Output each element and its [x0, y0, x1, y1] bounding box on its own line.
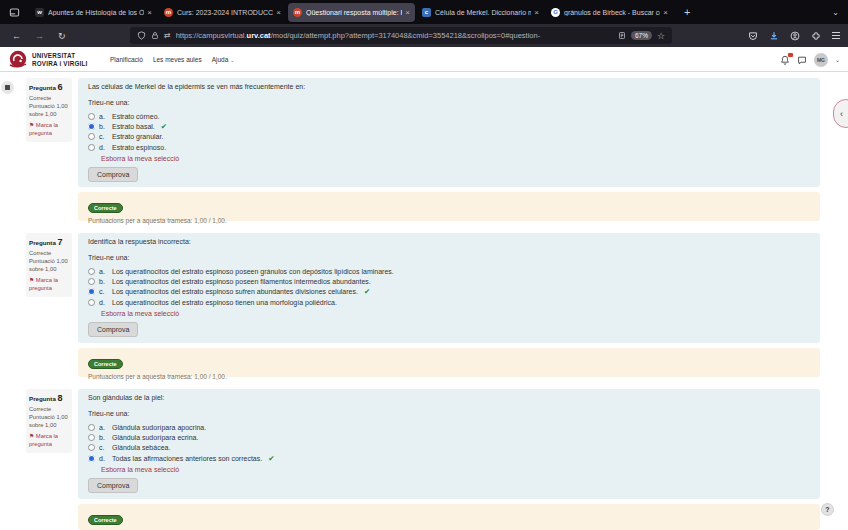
option-a[interactable]: a. Glándula sudorípara apocrina. [88, 422, 810, 432]
option-d[interactable]: d. Los queratinocitos del estrato espino… [88, 297, 810, 307]
help-button[interactable]: ? [821, 503, 834, 516]
tab-title: Apuntes de Histología de los Ór [48, 9, 144, 16]
pocket-icon[interactable] [748, 31, 758, 41]
close-icon[interactable]: × [405, 8, 410, 17]
translate-icon[interactable]: ⇄ [164, 31, 171, 40]
close-icon[interactable]: × [534, 8, 539, 17]
radio-button[interactable] [88, 144, 95, 151]
option-c[interactable]: c. Estrato granular. [88, 132, 810, 142]
reload-icon[interactable]: ↻ [58, 31, 66, 41]
forward-icon[interactable]: → [35, 31, 44, 41]
option-d-selected[interactable]: d. Todas las afirmaciones anteriores son… [88, 453, 810, 463]
correct-check-icon: ✔ [364, 287, 370, 296]
close-icon[interactable]: × [663, 8, 668, 17]
option-d[interactable]: d. Estrato espinoso. [88, 142, 810, 152]
firefox-view-icon[interactable] [6, 4, 22, 20]
tab-title: Célula de Merkel. Diccionario m [435, 9, 531, 16]
tab-google-search[interactable]: G gránulos de Birbeck - Buscar co × [546, 3, 673, 22]
chevron-down-icon[interactable]: ⌄ [835, 56, 840, 63]
lock-icon[interactable] [151, 31, 159, 40]
clear-choice-link[interactable]: Esborra la meva selecció [101, 466, 179, 473]
question-6-info: Pregunta 6 Correcte Puntuació 1,00 sobre… [26, 78, 72, 142]
question-8: Son glándulas de la piel: Trieu-ne una: … [78, 389, 820, 499]
flag-icon: ⚑ [29, 277, 34, 283]
option-c-selected[interactable]: c. Los queratinocitos del estrato espino… [88, 287, 810, 297]
bookmark-star-icon[interactable]: ☆ [657, 31, 665, 41]
close-icon[interactable]: × [276, 8, 281, 17]
radio-button[interactable] [88, 113, 95, 120]
radio-button-selected[interactable] [88, 288, 95, 295]
check-button[interactable]: Comprova [88, 167, 138, 182]
radio-button[interactable] [88, 278, 95, 285]
check-button[interactable]: Comprova [88, 478, 138, 493]
radio-button[interactable] [88, 133, 95, 140]
question-7-info: Pregunta 7 Correcte Puntuació 1,00 sobre… [26, 233, 72, 297]
open-block-drawer-button[interactable]: ‹ [833, 99, 848, 128]
clear-choice-link[interactable]: Esborra la meva selecció [101, 310, 179, 317]
zoom-level-badge[interactable]: 67% [631, 31, 652, 40]
tab-questionari-active[interactable]: m Qüestionari resposta múltiple: P × [288, 3, 415, 22]
question-state: Correcte [29, 249, 69, 257]
dictionary-favicon-icon: c [422, 8, 431, 17]
radio-button[interactable] [88, 268, 95, 275]
messages-icon[interactable] [797, 55, 807, 65]
close-icon[interactable]: × [147, 8, 152, 17]
address-bar[interactable]: ⇄ https://campusvirtual.urv.cat/mod/quiz… [130, 27, 672, 44]
notifications-bell-icon[interactable] [780, 55, 790, 65]
radio-button[interactable] [88, 424, 95, 431]
moodle-favicon-icon: m [164, 8, 173, 17]
tab-apuntes-histologia[interactable]: w Apuntes de Histología de los Ór × [30, 3, 157, 22]
course-index-icon [5, 85, 10, 90]
course-index-toggle-button[interactable] [1, 81, 14, 94]
option-b-selected[interactable]: b. Estrato basal. ✔ [88, 121, 810, 131]
nav-planificacio[interactable]: Planificació [110, 56, 143, 63]
option-b[interactable]: b. Glándula sudorípara ecrina. [88, 432, 810, 442]
list-all-tabs-icon[interactable]: ⌄ [832, 8, 839, 17]
answer-prompt: Trieu-ne una: [88, 410, 810, 417]
back-icon[interactable]: ← [12, 31, 21, 41]
question-state: Correcte [29, 405, 69, 413]
question-7: Identifica la respuesta incorrecta: Trie… [78, 233, 820, 343]
radio-button[interactable] [88, 299, 95, 306]
tab-curs-moodle[interactable]: m Curs: 2023-2024 INTRODUCCIÓ × [159, 3, 286, 22]
quiz-page: ‹ Pregunta 6 Correcte Puntuació 1,00 sob… [0, 72, 848, 530]
option-a[interactable]: a. Los queratinocitos del estrato espino… [88, 266, 810, 276]
new-tab-icon[interactable]: + [681, 6, 693, 18]
question-label: Pregunta [29, 395, 56, 402]
flag-question-link[interactable]: ⚑ Marca la pregunta [29, 121, 69, 137]
brand-name: UNIVERSITAT ROVIRA i VIRGILI [32, 52, 87, 68]
question-number: 7 [57, 237, 62, 247]
nav-ajuda[interactable]: Ajuda⌄ [212, 56, 235, 63]
answer-prompt: Trieu-ne una: [88, 254, 810, 261]
account-icon[interactable] [790, 31, 800, 41]
question-8-info: Pregunta 8 Correcte Puntuació 1,00 sobre… [26, 389, 72, 453]
notification-badge [788, 53, 793, 58]
check-button[interactable]: Comprova [88, 322, 138, 337]
tab-celula-merkel[interactable]: c Célula de Merkel. Diccionario m × [417, 3, 544, 22]
extensions-icon[interactable] [811, 31, 821, 41]
avatar[interactable]: MG [814, 53, 828, 67]
radio-button-selected[interactable] [88, 123, 95, 130]
downloads-icon[interactable] [769, 31, 779, 41]
radio-button-selected[interactable] [88, 455, 95, 462]
radio-button[interactable] [88, 434, 95, 441]
menu-icon[interactable] [832, 32, 840, 39]
site-header: UNIVERSITAT ROVIRA i VIRGILI Planificaci… [0, 47, 848, 72]
radio-button[interactable] [88, 444, 95, 451]
tracking-protection-shield-icon[interactable] [137, 31, 146, 40]
reader-mode-icon[interactable] [618, 31, 626, 40]
option-c[interactable]: c. Glándula sebácea. [88, 443, 810, 453]
question-number: 6 [57, 82, 62, 92]
clear-choice-link[interactable]: Esborra la meva selecció [101, 155, 179, 162]
flag-question-link[interactable]: ⚑ Marca la pregunta [29, 276, 69, 292]
nav-les-meves-aules[interactable]: Les meves aules [153, 56, 202, 63]
option-a[interactable]: a. Estrato córneo. [88, 111, 810, 121]
question-6: Las células de Merkel de la epidermis se… [78, 78, 820, 187]
flag-question-link[interactable]: ⚑ Marca la pregunta [29, 432, 69, 448]
chevron-left-icon: ‹ [840, 109, 843, 119]
question-7-feedback: Correcte Puntuacions per a aquesta trame… [78, 348, 820, 377]
url-text[interactable]: https://campusvirtual.urv.cat/mod/quiz/a… [176, 31, 613, 40]
option-b[interactable]: b. Los queratinocitos del estrato espino… [88, 276, 810, 286]
flag-icon: ⚑ [29, 433, 34, 439]
urv-logo[interactable] [8, 49, 28, 69]
